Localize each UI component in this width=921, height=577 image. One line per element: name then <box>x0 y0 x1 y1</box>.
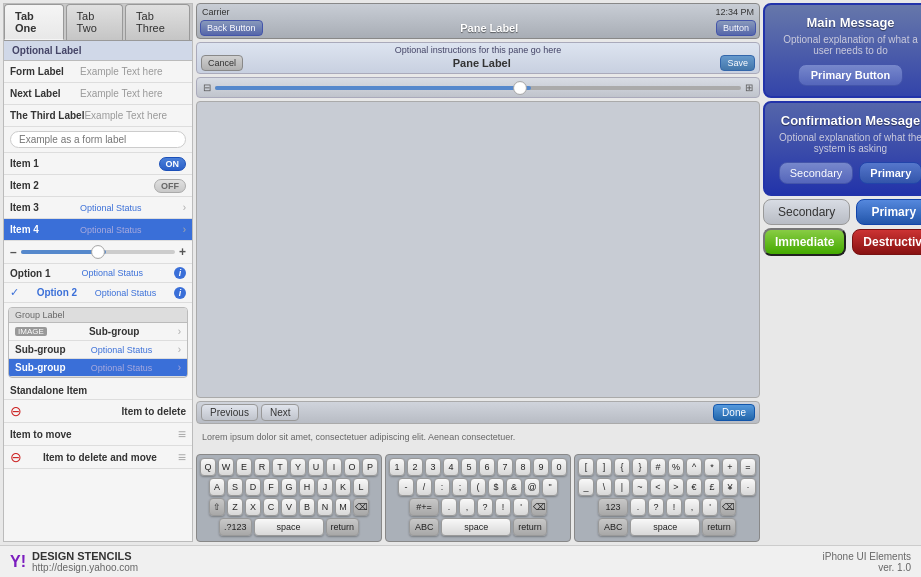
key-s[interactable]: S <box>227 478 243 496</box>
subgroup-1[interactable]: IMAGE Sub-group › <box>9 323 187 341</box>
key-3[interactable]: 3 <box>425 458 441 476</box>
key-9[interactable]: 9 <box>533 458 549 476</box>
key-2[interactable]: 2 <box>407 458 423 476</box>
form-input[interactable] <box>10 131 186 148</box>
option-row-1[interactable]: Option 1 Optional Status i <box>4 264 192 283</box>
key-abc-3[interactable]: ABC <box>598 518 628 536</box>
key-tilde[interactable]: ~ <box>632 478 648 496</box>
key-yen[interactable]: ¥ <box>722 478 738 496</box>
key-j[interactable]: J <box>317 478 333 496</box>
key-dash[interactable]: - <box>398 478 414 496</box>
key-5[interactable]: 5 <box>461 458 477 476</box>
key-space-3[interactable]: space <box>630 518 700 536</box>
toggle-item-4[interactable]: Item 4 Optional Status › <box>4 219 192 241</box>
subgroup-3[interactable]: Sub-group Optional Status › <box>9 359 187 377</box>
key-plus[interactable]: + <box>722 458 738 476</box>
key-exclaim[interactable]: ! <box>495 498 511 516</box>
immediate-button[interactable]: Immediate <box>763 228 846 256</box>
key-p[interactable]: P <box>362 458 378 476</box>
key-t[interactable]: T <box>272 458 288 476</box>
toggle-item-2[interactable]: Item 2 OFF <box>4 175 192 197</box>
main-dialog-primary-btn[interactable]: Primary Button <box>798 64 903 86</box>
key-dot[interactable]: . <box>441 498 457 516</box>
key-euro[interactable]: € <box>686 478 702 496</box>
previous-button[interactable]: Previous <box>201 404 258 421</box>
key-1[interactable]: 1 <box>389 458 405 476</box>
key-hash[interactable]: # <box>650 458 666 476</box>
key-v[interactable]: V <box>281 498 297 516</box>
back-button[interactable]: Back Button <box>200 20 263 36</box>
key-e[interactable]: E <box>236 458 252 476</box>
key-amp[interactable]: & <box>506 478 522 496</box>
key-c[interactable]: C <box>263 498 279 516</box>
key-f[interactable]: F <box>263 478 279 496</box>
tab-three[interactable]: Tab Three <box>125 4 190 40</box>
destructive-button[interactable]: Destructive <box>852 229 921 255</box>
key-b[interactable]: B <box>299 498 315 516</box>
next-button[interactable]: Next <box>261 404 300 421</box>
key-i[interactable]: I <box>326 458 342 476</box>
key-lparen[interactable]: ( <box>470 478 486 496</box>
key-dot2[interactable]: · <box>740 478 756 496</box>
key-special[interactable]: #+= <box>409 498 439 516</box>
cancel-button[interactable]: Cancel <box>201 55 243 71</box>
key-8[interactable]: 8 <box>515 458 531 476</box>
key-r[interactable]: R <box>254 458 270 476</box>
delete-move-icon[interactable]: ⊖ <box>10 449 22 465</box>
key-cm3[interactable]: , <box>684 498 700 516</box>
key-w[interactable]: W <box>218 458 234 476</box>
move-handle-icon-2[interactable]: ≡ <box>178 449 186 465</box>
subgroup-2[interactable]: Sub-group Optional Status › <box>9 341 187 359</box>
key-0[interactable]: 0 <box>551 458 567 476</box>
key-ex3[interactable]: ! <box>666 498 682 516</box>
key-bslash[interactable]: \ <box>596 478 612 496</box>
key-o[interactable]: O <box>344 458 360 476</box>
key-delete-2[interactable]: ⌫ <box>531 498 547 516</box>
key-delete-3[interactable]: ⌫ <box>720 498 736 516</box>
key-a[interactable]: A <box>209 478 225 496</box>
key-rc[interactable]: } <box>632 458 648 476</box>
key-semi[interactable]: ; <box>452 478 468 496</box>
key-apos[interactable]: ' <box>513 498 529 516</box>
tab-one[interactable]: Tab One <box>4 4 64 40</box>
key-under[interactable]: _ <box>578 478 594 496</box>
key-m[interactable]: M <box>335 498 351 516</box>
key-delete[interactable]: ⌫ <box>353 498 369 516</box>
off-switch-2[interactable]: OFF <box>154 179 186 193</box>
key-return-1[interactable]: return <box>326 518 360 536</box>
key-abc-2[interactable]: ABC <box>409 518 439 536</box>
tab-two[interactable]: Tab Two <box>66 4 123 40</box>
toggle-item-3[interactable]: Item 3 Optional Status › <box>4 197 192 219</box>
key-4[interactable]: 4 <box>443 458 459 476</box>
slider-track[interactable] <box>21 250 175 254</box>
key-space-1[interactable]: space <box>254 518 324 536</box>
key-shift[interactable]: ⇧ <box>209 498 225 516</box>
key-q3[interactable]: ? <box>648 498 664 516</box>
key-u[interactable]: U <box>308 458 324 476</box>
key-slash[interactable]: / <box>416 478 432 496</box>
delete-icon[interactable]: ⊖ <box>10 403 22 419</box>
key-x[interactable]: X <box>245 498 261 516</box>
key-h[interactable]: H <box>299 478 315 496</box>
key-g[interactable]: G <box>281 478 297 496</box>
done-button[interactable]: Done <box>713 404 755 421</box>
key-colon[interactable]: : <box>434 478 450 496</box>
key-comma[interactable]: , <box>459 498 475 516</box>
key-gt[interactable]: > <box>668 478 684 496</box>
save-button[interactable]: Save <box>720 55 755 71</box>
secondary-button[interactable]: Secondary <box>763 199 850 225</box>
key-dot3[interactable]: . <box>630 498 646 516</box>
toggle-item-1[interactable]: Item 1 ON <box>4 153 192 175</box>
key-return-2[interactable]: return <box>513 518 547 536</box>
nav-right-button[interactable]: Button <box>716 20 756 36</box>
key-pct[interactable]: % <box>668 458 684 476</box>
primary-button[interactable]: Primary <box>856 199 921 225</box>
key-eq[interactable]: = <box>740 458 756 476</box>
option-row-2[interactable]: ✓ Option 2 Optional Status i <box>4 283 192 303</box>
move-handle-icon[interactable]: ≡ <box>178 426 186 442</box>
key-rb[interactable]: ] <box>596 458 612 476</box>
key-d[interactable]: D <box>245 478 261 496</box>
key-6[interactable]: 6 <box>479 458 495 476</box>
key-num-switch[interactable]: .?123 <box>219 518 252 536</box>
confirm-primary-btn[interactable]: Primary <box>859 162 921 184</box>
